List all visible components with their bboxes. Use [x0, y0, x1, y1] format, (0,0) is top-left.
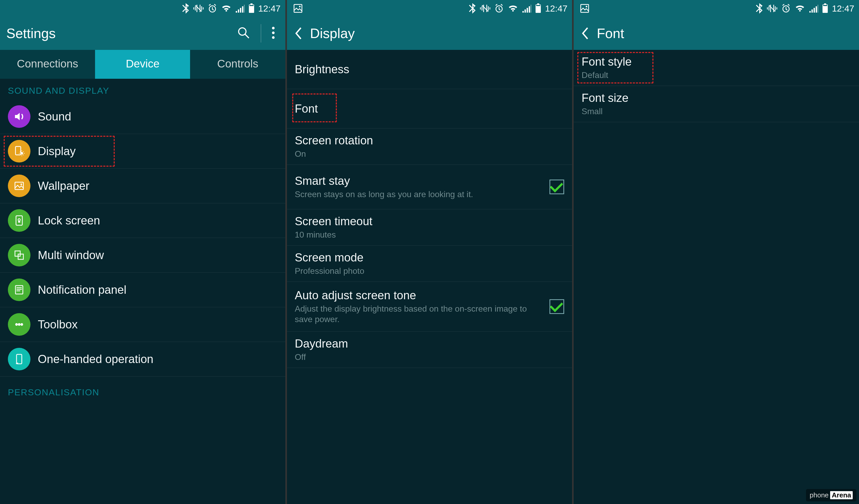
list-item-sublabel: Off — [295, 352, 564, 362]
app-bar: Settings — [0, 17, 285, 50]
svg-point-7 — [272, 36, 275, 39]
list-item-font-style[interactable]: Font style Default — [574, 50, 859, 86]
wifi-icon — [221, 4, 231, 13]
svg-rect-8 — [15, 147, 21, 155]
list-item-font-size[interactable]: Font size Small — [574, 86, 859, 122]
screen-display: 12:47 Display Brightness Font Screen rot… — [287, 0, 572, 504]
app-bar: Font — [574, 17, 859, 50]
list-item-font[interactable]: Font — [287, 89, 572, 128]
list-item-screen-mode[interactable]: Screen mode Professional photo — [287, 246, 572, 282]
battery-icon — [535, 3, 541, 13]
list-item-label: Daydream — [295, 337, 564, 350]
svg-point-11 — [20, 183, 22, 185]
wifi-icon — [508, 4, 518, 13]
list-item-lock-screen[interactable]: Lock screen — [0, 203, 285, 238]
watermark: phoneArena — [806, 489, 856, 501]
watermark-text-b: Arena — [830, 491, 853, 499]
svg-point-19 — [20, 323, 23, 326]
list-item-label: Smart stay — [295, 174, 542, 187]
overflow-menu-icon[interactable] — [268, 24, 279, 43]
list-item-notification-panel[interactable]: Notification panel — [0, 273, 285, 307]
vibrate-icon — [193, 4, 204, 13]
display-list: Brightness Font Screen rotation On Smart… — [287, 50, 572, 368]
app-bar-title: Font — [597, 26, 624, 41]
list-item-sublabel: On — [295, 149, 564, 159]
svg-rect-25 — [537, 3, 539, 4]
list-item-sublabel: Small — [582, 106, 851, 117]
list-item-brightness[interactable]: Brightness — [287, 50, 572, 89]
list-item-display[interactable]: Display — [0, 134, 285, 169]
tab-controls[interactable]: Controls — [190, 50, 285, 79]
watermark-text-a: phone — [810, 491, 829, 499]
list-item-label: Sound — [38, 110, 277, 123]
app-bar: Display — [287, 17, 572, 50]
list-item-sublabel: Adjust the display brightness based on t… — [295, 303, 542, 324]
alarm-icon — [781, 3, 791, 13]
list-item-label: Screen timeout — [295, 215, 564, 228]
list-item-sound[interactable]: Sound — [0, 100, 285, 134]
svg-point-9 — [20, 152, 23, 155]
notification-panel-icon — [8, 278, 30, 301]
back-button[interactable] — [293, 26, 304, 41]
screen-font: 12:47 Font Font style Default Font size … — [574, 0, 859, 504]
list-item-screen-timeout[interactable]: Screen timeout 10 minutes — [287, 210, 572, 246]
svg-rect-16 — [15, 286, 23, 294]
svg-rect-20 — [17, 354, 22, 364]
list-item-toolbox[interactable]: Toolbox — [0, 307, 285, 342]
bluetooth-icon — [182, 3, 190, 14]
list-item-label: Auto adjust screen tone — [295, 289, 542, 302]
status-time: 12:47 — [832, 3, 854, 14]
back-button[interactable] — [580, 26, 590, 41]
list-item-wallpaper[interactable]: Wallpaper — [0, 169, 285, 203]
list-item-daydream[interactable]: Daydream Off — [287, 332, 572, 368]
smart-stay-checkbox[interactable] — [549, 180, 564, 194]
app-bar-title: Settings — [6, 26, 56, 41]
alarm-icon — [207, 3, 217, 13]
list-item-sublabel: Default — [582, 70, 851, 80]
list-item-smart-stay[interactable]: Smart stay Screen stays on as long as yo… — [287, 165, 572, 210]
svg-point-28 — [586, 6, 587, 7]
list-item-label: Brightness — [295, 63, 564, 76]
settings-list: Sound Display Wallpaper Lock screen M — [0, 100, 285, 377]
multi-window-icon — [8, 244, 30, 266]
list-item-screen-rotation[interactable]: Screen rotation On — [287, 128, 572, 165]
section-sound-and-display: SOUND AND DISPLAY — [0, 79, 285, 100]
status-time: 12:47 — [258, 3, 281, 14]
auto-adjust-checkbox[interactable] — [549, 299, 564, 314]
svg-point-18 — [18, 323, 20, 326]
tab-connections[interactable]: Connections — [0, 50, 95, 79]
sound-icon — [8, 105, 30, 128]
signal-icon — [809, 4, 818, 13]
signal-icon — [235, 4, 245, 13]
alarm-icon — [494, 3, 504, 13]
bluetooth-icon — [468, 3, 476, 14]
app-bar-title: Display — [310, 26, 355, 41]
signal-icon — [522, 4, 531, 13]
svg-rect-21 — [294, 4, 302, 12]
status-time: 12:47 — [545, 3, 567, 14]
status-bar: 12:47 — [287, 0, 572, 17]
battery-icon — [822, 3, 828, 13]
list-item-label: Multi window — [38, 248, 277, 262]
svg-rect-26 — [536, 5, 540, 6]
svg-point-22 — [299, 6, 301, 7]
tab-device[interactable]: Device — [95, 50, 190, 79]
one-handed-icon — [8, 348, 30, 370]
toolbox-icon — [8, 313, 30, 336]
svg-point-5 — [272, 27, 275, 29]
picture-icon — [580, 4, 589, 13]
list-item-label: Font — [295, 102, 564, 115]
section-personalisation: PERSONALISATION — [0, 377, 285, 401]
divider — [261, 24, 261, 43]
search-icon[interactable] — [233, 24, 254, 43]
list-item-label: One-handed operation — [38, 353, 277, 366]
list-item-label: Screen rotation — [295, 134, 564, 147]
list-item-multi-window[interactable]: Multi window — [0, 238, 285, 273]
list-item-auto-adjust-tone[interactable]: Auto adjust screen tone Adjust the displ… — [287, 282, 572, 332]
list-item-one-handed[interactable]: One-handed operation — [0, 342, 285, 377]
wallpaper-icon — [8, 174, 30, 197]
list-item-sublabel: Professional photo — [295, 266, 564, 276]
vibrate-icon — [480, 4, 491, 13]
svg-rect-13 — [18, 220, 20, 223]
svg-rect-10 — [15, 182, 24, 189]
